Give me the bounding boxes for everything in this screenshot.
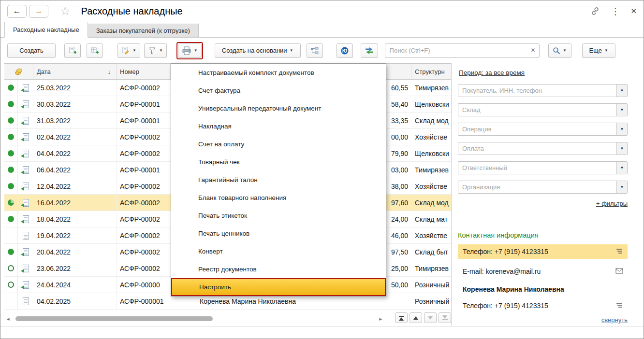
cell-number: АСФР-00001 (117, 162, 171, 178)
yookassa-icon: Ю (340, 46, 349, 55)
column-header-date[interactable]: Дата ↓ (33, 64, 117, 79)
menu-item[interactable]: Конверт (171, 242, 386, 260)
filter-input[interactable] (458, 161, 628, 174)
contact-person-name: Коренева Марина Николаевна (463, 285, 628, 293)
go-first-button[interactable] (395, 312, 408, 323)
cell-structure: Тимирязев (411, 80, 451, 96)
tab[interactable]: Заказы покупателей (к отгрузке) (88, 24, 199, 37)
menu-item[interactable]: Счет на оплату (171, 135, 386, 153)
filter-dropdown[interactable]: ▼ (144, 43, 167, 58)
more-filters-row: + фильтры (458, 200, 628, 207)
get-link-icon[interactable] (590, 6, 600, 16)
printer-icon (182, 46, 191, 55)
more-filters-link[interactable]: + фильтры (596, 200, 628, 207)
menu-item-configure[interactable]: Настроить (171, 278, 386, 296)
menu-item[interactable]: Накладная (171, 117, 386, 135)
record-nav-buttons (395, 312, 451, 323)
back-button[interactable]: ← (7, 5, 27, 18)
chevron-down-icon: ▼ (290, 48, 293, 53)
search-input[interactable] (385, 43, 540, 58)
contact-phone[interactable]: Телефон: +7 (915) 4123315 (458, 298, 628, 313)
contact-email[interactable]: E-mail: koreneva@mail.ru (458, 264, 628, 279)
filter-field: ▼ (458, 161, 628, 174)
menu-item[interactable]: Бланк товарного наполнения (171, 189, 386, 207)
menu-item[interactable]: Товарный чек (171, 153, 386, 171)
filter-combo-button[interactable]: ▼ (616, 123, 627, 135)
go-top-icon (399, 315, 404, 321)
column-header-number[interactable]: Номер (117, 64, 171, 79)
menu-item[interactable]: Универсальный передаточный документ (171, 99, 386, 117)
filter-combo-button[interactable]: ▼ (616, 85, 627, 97)
filter-input[interactable] (458, 84, 628, 97)
cell-date: 24.04.2024 (33, 277, 117, 293)
period-link[interactable]: Период: за все время (459, 69, 525, 76)
print-dropdown[interactable]: ▼ (178, 43, 202, 58)
filter-combo-button[interactable]: ▼ (616, 181, 627, 193)
more-label: Еще (589, 47, 602, 54)
close-icon[interactable]: ✕ (630, 7, 637, 15)
statusbar (0, 326, 644, 339)
filter-input[interactable] (458, 181, 628, 194)
cell-number: АСФР-00002 (117, 260, 171, 276)
filter-combo-button[interactable]: ▼ (616, 142, 627, 155)
scrollbar-thumb[interactable] (15, 316, 213, 321)
menu-item[interactable]: Реестр документов (171, 260, 386, 278)
clear-search-icon[interactable]: ✕ (531, 47, 536, 54)
create-based-on-dropdown[interactable]: Создать на основании ▼ (215, 43, 301, 58)
filter-combo-button[interactable]: ▼ (616, 104, 627, 116)
exchange-button[interactable] (361, 43, 378, 58)
scrollbar-track[interactable] (12, 316, 377, 322)
filter-input[interactable] (458, 123, 628, 136)
go-next-button[interactable] (424, 312, 437, 323)
yookassa-button[interactable]: Ю (337, 43, 353, 58)
filter-input[interactable] (458, 142, 628, 155)
favorite-star-icon[interactable]: ☆ (60, 5, 71, 17)
menu-item[interactable]: Счет-фактура (171, 82, 386, 99)
filter-input[interactable] (458, 103, 628, 116)
email-icon[interactable] (615, 268, 623, 275)
window-menu-icon[interactable]: ⋮ (611, 6, 620, 17)
cell-structure: Щелковски (411, 145, 451, 161)
cell-number: АСФР-00001 (117, 96, 171, 112)
hierarchy-view-button[interactable] (307, 43, 323, 58)
collapse-panel-link[interactable]: свернуть (601, 316, 628, 324)
tab-active[interactable]: Расходные накладные (4, 22, 88, 38)
go-prev-button[interactable] (410, 312, 422, 323)
create-button[interactable]: Создать (7, 43, 56, 58)
cell-date: 02.04.2022 (33, 129, 117, 145)
app-window: ← → ☆ Расходные накладные ⋮ ✕ Расходные … (0, 0, 644, 339)
search-options-dropdown[interactable]: ▼ (548, 43, 571, 58)
scroll-left-icon[interactable]: ◂ (4, 316, 12, 322)
cell-structure: Тимирязев (411, 260, 451, 276)
menu-item[interactable]: Гарантийный талон (171, 171, 386, 189)
create-group-button[interactable] (87, 43, 103, 58)
more-dropdown[interactable]: Еще ▼ (582, 43, 615, 58)
create-copy-button[interactable] (64, 43, 81, 58)
cell-date: 16.04.2022 (33, 195, 117, 211)
filter-field: ▼ (458, 181, 628, 194)
contact-phone-highlighted[interactable]: Телефон: +7 (915) 4123315 (458, 244, 628, 259)
chevron-down-icon: ▼ (132, 48, 136, 53)
actions-icon[interactable] (615, 302, 623, 310)
document-icon (23, 265, 29, 272)
forward-button[interactable]: → (29, 5, 48, 18)
cell-number: АСФР-00002 (117, 211, 171, 227)
column-header-currency[interactable] (4, 64, 33, 79)
exchange-arrows-icon (365, 47, 374, 55)
menu-item[interactable]: Печать ценников (171, 225, 386, 242)
cell-date: 18.04.2022 (33, 211, 117, 227)
scroll-right-icon[interactable]: ▸ (377, 316, 384, 322)
go-last-button[interactable] (439, 312, 451, 323)
actions-icon[interactable] (615, 248, 623, 255)
svg-text:Ю: Ю (342, 48, 347, 53)
document-set-dropdown[interactable]: ▼ (117, 43, 140, 58)
document-icon (23, 166, 29, 174)
document-icon (23, 100, 29, 108)
search-box: ✕ (385, 43, 540, 58)
column-header-structure[interactable]: Структурн (411, 64, 451, 79)
cell-structure: Тимирязев (411, 162, 451, 178)
filter-field: ▼ (458, 142, 628, 155)
menu-item[interactable]: Настраиваемый комплект документов (171, 64, 386, 82)
menu-item[interactable]: Печать этикеток (171, 207, 386, 225)
filter-combo-button[interactable]: ▼ (616, 162, 627, 174)
